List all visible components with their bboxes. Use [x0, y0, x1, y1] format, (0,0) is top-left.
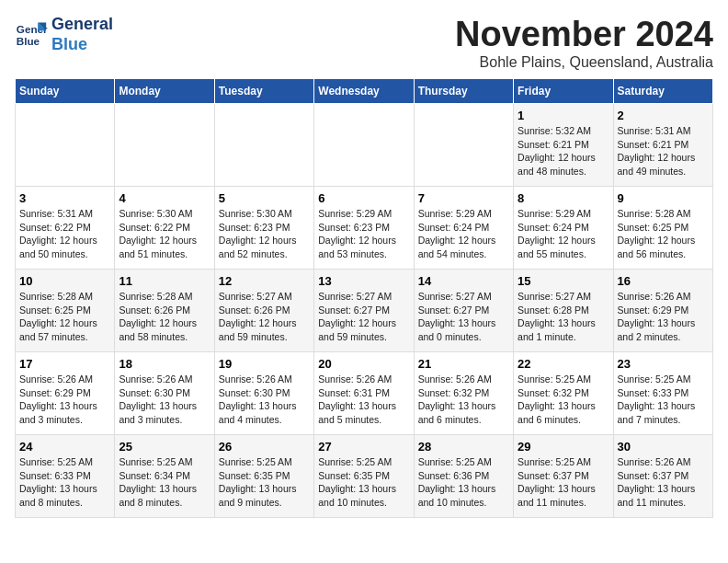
day-number: 29 [518, 440, 609, 454]
day-number: 14 [418, 274, 509, 288]
day-info: Sunrise: 5:27 AM Sunset: 6:27 PM Dayligh… [418, 290, 509, 344]
day-info: Sunrise: 5:29 AM Sunset: 6:24 PM Dayligh… [518, 207, 609, 261]
day-number: 1 [518, 109, 609, 122]
day-info: Sunrise: 5:26 AM Sunset: 6:31 PM Dayligh… [318, 373, 409, 427]
day-cell [414, 104, 513, 187]
day-cell: 30Sunrise: 5:26 AM Sunset: 6:37 PM Dayli… [613, 435, 712, 518]
day-cell: 28Sunrise: 5:25 AM Sunset: 6:36 PM Dayli… [414, 435, 513, 518]
location-title: Bohle Plains, Queensland, Australia [455, 54, 713, 71]
day-info: Sunrise: 5:31 AM Sunset: 6:22 PM Dayligh… [19, 207, 110, 261]
day-number: 30 [618, 440, 709, 454]
day-info: Sunrise: 5:26 AM Sunset: 6:29 PM Dayligh… [618, 290, 709, 344]
header-row: SundayMondayTuesdayWednesdayThursdayFrid… [16, 79, 713, 104]
day-info: Sunrise: 5:28 AM Sunset: 6:25 PM Dayligh… [19, 290, 110, 344]
col-header-saturday: Saturday [613, 79, 712, 104]
week-row-1: 1Sunrise: 5:32 AM Sunset: 6:21 PM Daylig… [16, 104, 713, 187]
day-cell: 15Sunrise: 5:27 AM Sunset: 6:28 PM Dayli… [514, 270, 613, 352]
col-header-tuesday: Tuesday [214, 79, 313, 104]
col-header-friday: Friday [514, 79, 613, 104]
logo-text-line1: General [51, 15, 113, 35]
day-info: Sunrise: 5:25 AM Sunset: 6:36 PM Dayligh… [418, 455, 509, 510]
day-cell: 9Sunrise: 5:28 AM Sunset: 6:25 PM Daylig… [613, 187, 712, 270]
day-cell: 18Sunrise: 5:26 AM Sunset: 6:30 PM Dayli… [115, 352, 214, 435]
day-cell: 5Sunrise: 5:30 AM Sunset: 6:23 PM Daylig… [214, 187, 313, 270]
logo-text-line2: Blue [51, 35, 113, 55]
day-info: Sunrise: 5:29 AM Sunset: 6:24 PM Dayligh… [418, 207, 509, 261]
week-row-3: 10Sunrise: 5:28 AM Sunset: 6:25 PM Dayli… [16, 270, 713, 352]
day-cell: 4Sunrise: 5:30 AM Sunset: 6:22 PM Daylig… [115, 187, 214, 270]
day-number: 21 [418, 357, 509, 371]
day-number: 27 [318, 440, 409, 454]
day-cell: 27Sunrise: 5:25 AM Sunset: 6:35 PM Dayli… [314, 435, 414, 518]
logo-icon: General Blue [15, 18, 48, 52]
day-number: 3 [19, 191, 110, 205]
day-cell: 13Sunrise: 5:27 AM Sunset: 6:27 PM Dayli… [314, 270, 414, 352]
day-cell: 21Sunrise: 5:26 AM Sunset: 6:32 PM Dayli… [414, 352, 513, 435]
day-number: 20 [318, 357, 409, 371]
day-cell [214, 104, 313, 187]
day-cell: 8Sunrise: 5:29 AM Sunset: 6:24 PM Daylig… [514, 187, 613, 270]
day-number: 4 [119, 191, 210, 205]
day-number: 10 [19, 274, 110, 288]
day-cell [115, 104, 214, 187]
day-cell: 29Sunrise: 5:25 AM Sunset: 6:37 PM Dayli… [514, 435, 613, 518]
day-info: Sunrise: 5:25 AM Sunset: 6:34 PM Dayligh… [119, 455, 210, 510]
day-number: 5 [219, 191, 310, 205]
day-number: 8 [518, 191, 609, 205]
day-info: Sunrise: 5:30 AM Sunset: 6:23 PM Dayligh… [219, 207, 310, 261]
day-number: 16 [618, 274, 709, 288]
day-info: Sunrise: 5:29 AM Sunset: 6:23 PM Dayligh… [318, 207, 409, 261]
day-cell: 3Sunrise: 5:31 AM Sunset: 6:22 PM Daylig… [16, 187, 115, 270]
week-row-2: 3Sunrise: 5:31 AM Sunset: 6:22 PM Daylig… [16, 187, 713, 270]
day-cell: 24Sunrise: 5:25 AM Sunset: 6:33 PM Dayli… [16, 435, 115, 518]
svg-text:Blue: Blue [17, 34, 40, 46]
day-cell: 23Sunrise: 5:25 AM Sunset: 6:33 PM Dayli… [613, 352, 712, 435]
day-info: Sunrise: 5:27 AM Sunset: 6:27 PM Dayligh… [318, 290, 409, 344]
day-number: 11 [119, 274, 210, 288]
day-cell: 26Sunrise: 5:25 AM Sunset: 6:35 PM Dayli… [214, 435, 313, 518]
col-header-sunday: Sunday [16, 79, 115, 104]
page-header: General Blue General Blue November 2024 … [15, 15, 713, 71]
day-cell: 16Sunrise: 5:26 AM Sunset: 6:29 PM Dayli… [613, 270, 712, 352]
day-number: 15 [518, 274, 609, 288]
day-cell [16, 104, 115, 187]
day-number: 6 [318, 191, 409, 205]
col-header-thursday: Thursday [414, 79, 513, 104]
day-cell: 2Sunrise: 5:31 AM Sunset: 6:21 PM Daylig… [613, 104, 712, 187]
col-header-monday: Monday [115, 79, 214, 104]
day-cell: 22Sunrise: 5:25 AM Sunset: 6:32 PM Dayli… [514, 352, 613, 435]
logo: General Blue General Blue [15, 15, 113, 54]
week-row-4: 17Sunrise: 5:26 AM Sunset: 6:29 PM Dayli… [16, 352, 713, 435]
day-info: Sunrise: 5:26 AM Sunset: 6:30 PM Dayligh… [119, 373, 210, 427]
day-cell: 7Sunrise: 5:29 AM Sunset: 6:24 PM Daylig… [414, 187, 513, 270]
day-number: 19 [219, 357, 310, 371]
day-info: Sunrise: 5:26 AM Sunset: 6:30 PM Dayligh… [219, 373, 310, 427]
day-number: 2 [618, 109, 709, 122]
day-cell: 17Sunrise: 5:26 AM Sunset: 6:29 PM Dayli… [16, 352, 115, 435]
day-cell [314, 104, 414, 187]
month-title: November 2024 [455, 15, 713, 54]
day-number: 18 [119, 357, 210, 371]
day-number: 25 [119, 440, 210, 454]
day-number: 17 [19, 357, 110, 371]
day-info: Sunrise: 5:26 AM Sunset: 6:37 PM Dayligh… [618, 455, 709, 510]
day-info: Sunrise: 5:26 AM Sunset: 6:32 PM Dayligh… [418, 373, 509, 427]
day-info: Sunrise: 5:27 AM Sunset: 6:26 PM Dayligh… [219, 290, 310, 344]
title-block: November 2024 Bohle Plains, Queensland, … [455, 15, 713, 71]
day-info: Sunrise: 5:25 AM Sunset: 6:33 PM Dayligh… [19, 455, 110, 510]
day-number: 26 [219, 440, 310, 454]
day-info: Sunrise: 5:31 AM Sunset: 6:21 PM Dayligh… [618, 124, 709, 178]
day-number: 23 [618, 357, 709, 371]
day-number: 22 [518, 357, 609, 371]
day-cell: 11Sunrise: 5:28 AM Sunset: 6:26 PM Dayli… [115, 270, 214, 352]
day-info: Sunrise: 5:27 AM Sunset: 6:28 PM Dayligh… [518, 290, 609, 344]
day-number: 24 [19, 440, 110, 454]
day-info: Sunrise: 5:25 AM Sunset: 6:32 PM Dayligh… [518, 373, 609, 427]
day-number: 13 [318, 274, 409, 288]
day-cell: 12Sunrise: 5:27 AM Sunset: 6:26 PM Dayli… [214, 270, 313, 352]
day-cell: 25Sunrise: 5:25 AM Sunset: 6:34 PM Dayli… [115, 435, 214, 518]
day-info: Sunrise: 5:30 AM Sunset: 6:22 PM Dayligh… [119, 207, 210, 261]
day-info: Sunrise: 5:25 AM Sunset: 6:37 PM Dayligh… [518, 455, 609, 510]
day-number: 9 [618, 191, 709, 205]
day-cell: 14Sunrise: 5:27 AM Sunset: 6:27 PM Dayli… [414, 270, 513, 352]
